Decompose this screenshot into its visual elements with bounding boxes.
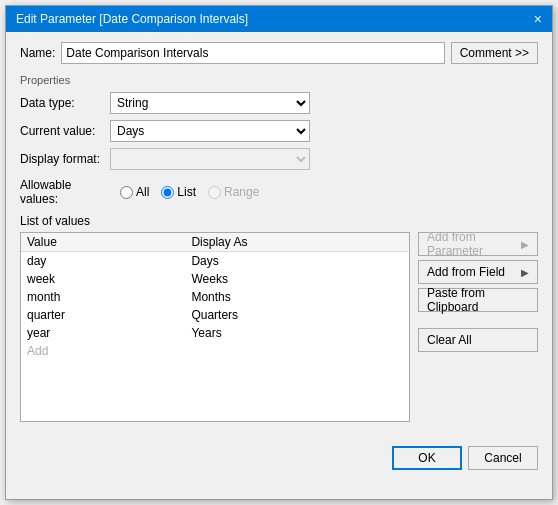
cell-display: Weeks bbox=[185, 270, 409, 288]
dialog-title: Edit Parameter [Date Comparison Interval… bbox=[16, 12, 248, 26]
cell-display: Years bbox=[185, 324, 409, 342]
radio-range-input[interactable] bbox=[208, 186, 221, 199]
close-icon[interactable]: × bbox=[534, 12, 542, 26]
add-row: Add bbox=[21, 342, 409, 360]
properties-section: Properties Data type: String Integer Flo… bbox=[20, 74, 538, 170]
add-row-label: Add bbox=[21, 342, 185, 360]
col-header-display: Display As bbox=[185, 233, 409, 252]
add-from-parameter-label: Add from Parameter bbox=[427, 230, 521, 258]
data-type-select[interactable]: String Integer Float Boolean Date bbox=[110, 92, 310, 114]
dialog-footer: OK Cancel bbox=[6, 446, 552, 482]
radio-list-label: List bbox=[177, 185, 196, 199]
table-row: week Weeks bbox=[21, 270, 409, 288]
list-buttons: Add from Parameter ▶ Add from Field ▶ Pa… bbox=[418, 232, 538, 422]
radio-range-label: Range bbox=[224, 185, 259, 199]
cell-display: Days bbox=[185, 252, 409, 271]
name-input[interactable] bbox=[61, 42, 444, 64]
display-format-select[interactable] bbox=[110, 148, 310, 170]
dialog-body: Name: Comment >> Properties Data type: S… bbox=[6, 32, 552, 446]
ok-button[interactable]: OK bbox=[392, 446, 462, 470]
allowable-values-row: Allowable values: All List Range bbox=[20, 178, 538, 206]
table-row: month Months bbox=[21, 288, 409, 306]
add-from-parameter-button[interactable]: Add from Parameter ▶ bbox=[418, 232, 538, 256]
list-area: Value Display As day Days week Weeks bbox=[20, 232, 538, 422]
radio-list-input[interactable] bbox=[161, 186, 174, 199]
table-row: day Days bbox=[21, 252, 409, 271]
title-bar: Edit Parameter [Date Comparison Interval… bbox=[6, 6, 552, 32]
properties-label: Properties bbox=[20, 74, 538, 86]
display-format-label: Display format: bbox=[20, 152, 110, 166]
cell-display: Months bbox=[185, 288, 409, 306]
paste-from-clipboard-label: Paste from Clipboard bbox=[427, 286, 529, 314]
radio-range[interactable]: Range bbox=[208, 185, 259, 199]
clear-all-button[interactable]: Clear All bbox=[418, 328, 538, 352]
radio-all[interactable]: All bbox=[120, 185, 149, 199]
allowable-radio-group: All List Range bbox=[120, 185, 259, 199]
table-row: year Years bbox=[21, 324, 409, 342]
arrow-icon: ▶ bbox=[521, 267, 529, 278]
cell-display: Quarters bbox=[185, 306, 409, 324]
cell-value: week bbox=[21, 270, 185, 288]
add-row-empty bbox=[185, 342, 409, 360]
list-table: Value Display As day Days week Weeks bbox=[21, 233, 409, 360]
list-section-label: List of values bbox=[20, 214, 538, 228]
name-label: Name: bbox=[20, 46, 55, 60]
data-type-label: Data type: bbox=[20, 96, 110, 110]
paste-from-clipboard-button[interactable]: Paste from Clipboard bbox=[418, 288, 538, 312]
cell-value: day bbox=[21, 252, 185, 271]
add-from-field-label: Add from Field bbox=[427, 265, 505, 279]
name-row: Name: Comment >> bbox=[20, 42, 538, 64]
clear-all-label: Clear All bbox=[427, 333, 472, 347]
cell-value: month bbox=[21, 288, 185, 306]
cell-value: quarter bbox=[21, 306, 185, 324]
col-header-value: Value bbox=[21, 233, 185, 252]
data-type-row: Data type: String Integer Float Boolean … bbox=[20, 92, 538, 114]
button-spacer bbox=[418, 316, 538, 324]
arrow-icon: ▶ bbox=[521, 239, 529, 250]
table-row: quarter Quarters bbox=[21, 306, 409, 324]
radio-all-label: All bbox=[136, 185, 149, 199]
edit-parameter-dialog: Edit Parameter [Date Comparison Interval… bbox=[5, 5, 553, 500]
current-value-select[interactable]: Days Weeks Months Quarters Years bbox=[110, 120, 310, 142]
radio-list[interactable]: List bbox=[161, 185, 196, 199]
allowable-values-label: Allowable values: bbox=[20, 178, 110, 206]
display-format-row: Display format: bbox=[20, 148, 538, 170]
list-table-container: Value Display As day Days week Weeks bbox=[20, 232, 410, 422]
cell-value: year bbox=[21, 324, 185, 342]
add-from-field-button[interactable]: Add from Field ▶ bbox=[418, 260, 538, 284]
current-value-label: Current value: bbox=[20, 124, 110, 138]
comment-button[interactable]: Comment >> bbox=[451, 42, 538, 64]
current-value-row: Current value: Days Weeks Months Quarter… bbox=[20, 120, 538, 142]
radio-all-input[interactable] bbox=[120, 186, 133, 199]
cancel-button[interactable]: Cancel bbox=[468, 446, 538, 470]
